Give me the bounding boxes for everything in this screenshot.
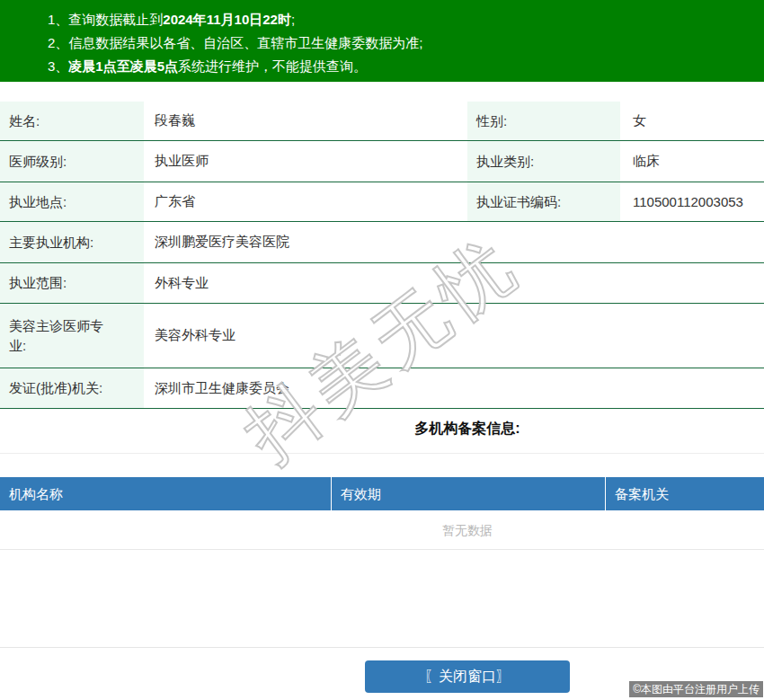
notice-line-1: 1、查询数据截止到2024年11月10日22时; (48, 8, 764, 31)
notice-line-3: 3、凌晨1点至凌晨5点系统进行维护，不能提供查询。 (48, 55, 764, 78)
table-row: 执业范围: 外科专业 (0, 263, 764, 304)
notice-text: 2、信息数据结果以各省、自治区、直辖市卫生健康委数据为准; (48, 35, 423, 50)
notice-line-2: 2、信息数据结果以各省、自治区、直辖市卫生健康委数据为准; (48, 31, 764, 55)
empty-data-placeholder: 暂无数据 (0, 510, 764, 550)
field-practice-category-value: 临床 (620, 141, 764, 182)
notice-text: 1、查询数据截止到 (48, 12, 163, 27)
field-practice-location-value: 广东省 (144, 182, 467, 221)
field-doctor-level-value: 执业医师 (144, 141, 467, 182)
practitioner-info-table: 姓名: 段春巍 性别: 女 医师级别: 执业医师 执业类别: 临床 执业地点: … (0, 102, 764, 409)
footer-divider (0, 647, 764, 648)
section-divider (0, 453, 764, 454)
notice-bold-text: 2024年11月10日22时 (163, 12, 291, 27)
field-practice-category-label: 执业类别: (467, 141, 620, 182)
notice-text: 3、 (48, 58, 68, 74)
field-gender-label: 性别: (467, 102, 620, 140)
table-row: 姓名: 段春巍 性别: 女 (0, 102, 764, 141)
table-row: 美容主诊医师专业: 美容外科专业 (0, 304, 764, 368)
column-header-validity-period: 有效期 (331, 477, 605, 510)
field-issuing-authority-label: 发证(批准)机关: (0, 368, 144, 408)
field-main-institution-label: 主要执业机构: (0, 222, 144, 262)
field-name-value: 段春巍 (144, 102, 467, 140)
table-row: 主要执业机构: 深圳鹏爱医疗美容医院 (0, 222, 764, 263)
field-gender-value: 女 (620, 102, 764, 140)
photo-credit-watermark: ©本图由平台注册用户上传 (629, 681, 763, 697)
field-name-label: 姓名: (0, 102, 144, 140)
field-issuing-authority-value: 深圳市卫生健康委员会 (144, 368, 764, 408)
field-practice-scope-value: 外科专业 (144, 263, 764, 303)
table-row: 执业地点: 广东省 执业证书编码: 110500112003053 (0, 182, 764, 222)
notice-banner: 1、查询数据截止到2024年11月10日22时; 2、信息数据结果以各省、自治区… (0, 0, 764, 82)
notice-text: 系统进行维护，不能提供查询。 (178, 58, 367, 74)
field-practice-scope-label: 执业范围: (0, 263, 144, 303)
content-canvas: 1、查询数据截止到2024年11月10日22时; 2、信息数据结果以各省、自治区… (0, 0, 764, 693)
spacer (0, 550, 764, 647)
multi-institution-filing-title: 多机构备案信息: (0, 417, 764, 440)
filing-table-header: 机构名称 有效期 备案机关 (0, 477, 764, 510)
table-row: 医师级别: 执业医师 执业类别: 临床 (0, 141, 764, 182)
query-result-page: 1、查询数据截止到2024年11月10日22时; 2、信息数据结果以各省、自治区… (0, 0, 764, 700)
notice-bold-text: 凌晨1点至凌晨5点 (68, 58, 178, 74)
notice-text: ; (291, 12, 295, 27)
field-cosmetic-specialty-value: 美容外科专业 (144, 304, 764, 368)
field-main-institution-value: 深圳鹏爱医疗美容医院 (144, 222, 764, 262)
column-header-institution-name: 机构名称 (0, 477, 331, 510)
column-header-filing-authority: 备案机关 (605, 477, 764, 510)
field-certificate-number-value: 110500112003053 (620, 182, 764, 221)
close-window-button[interactable]: 〖关闭窗口〗 (365, 660, 570, 693)
table-row: 发证(批准)机关: 深圳市卫生健康委员会 (0, 368, 764, 409)
field-cosmetic-specialty-label: 美容主诊医师专业: (0, 304, 144, 368)
field-certificate-number-label: 执业证书编码: (467, 182, 620, 221)
field-doctor-level-label: 医师级别: (0, 141, 144, 182)
field-practice-location-label: 执业地点: (0, 182, 144, 221)
